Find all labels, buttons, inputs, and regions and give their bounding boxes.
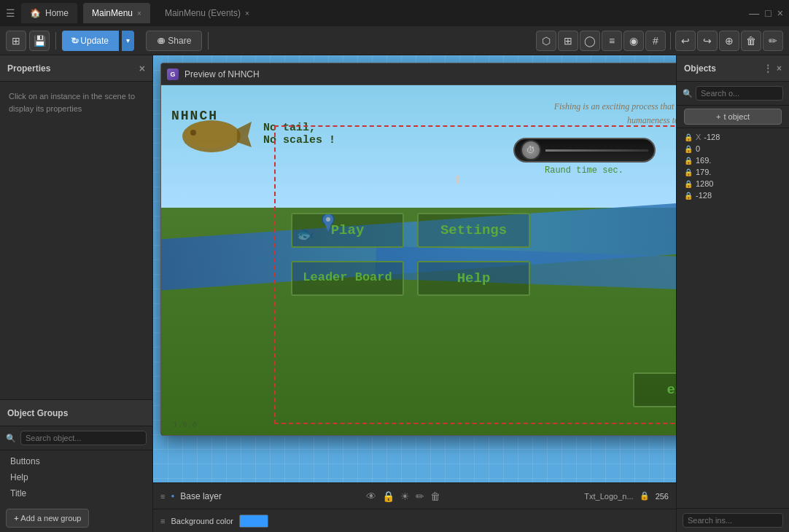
pencil-icon[interactable]: ✏ bbox=[416, 490, 424, 502]
home-icon: 🏠 bbox=[30, 8, 41, 18]
redo-button[interactable]: ↪ bbox=[697, 31, 718, 51]
properties-title: Properties bbox=[7, 63, 50, 74]
rp-x-val-5: 1280 bbox=[696, 179, 713, 188]
game-help-button[interactable]: Help bbox=[417, 261, 530, 296]
game-slider-label: Raund time sec. bbox=[545, 165, 623, 176]
mouse-cursor: ⬆ bbox=[453, 173, 462, 187]
layers-icon-button[interactable]: ◉ bbox=[623, 31, 644, 51]
tab-mainmenu[interactable]: MainMenu × bbox=[83, 3, 150, 23]
brightness-icon[interactable]: ☀ bbox=[400, 490, 410, 502]
game-tagline: Fishing is an exciting process that requ… bbox=[533, 100, 676, 128]
save-icon-button[interactable]: 💾 bbox=[29, 31, 50, 51]
edit-button[interactable]: ✏ bbox=[763, 31, 783, 51]
eye-icon[interactable]: 👁 bbox=[366, 490, 376, 502]
object-groups-search-input[interactable] bbox=[20, 431, 147, 445]
layer-name-label: Base layer bbox=[180, 491, 222, 501]
rp-settings-icon[interactable]: ⋮ bbox=[763, 63, 772, 74]
properties-close-button[interactable]: × bbox=[139, 63, 145, 74]
layer-item-name: Txt_Logo_n... bbox=[584, 492, 633, 501]
preview-window: G Preview of NHNCH — □ × bbox=[160, 63, 676, 436]
tab-events-label: MainMenu (Events) bbox=[165, 8, 241, 18]
canvas-area[interactable]: G Preview of NHNCH — □ × bbox=[153, 55, 676, 482]
tab-home-label: Home bbox=[45, 8, 69, 18]
game-buttons-area: Play Settings Leader Board Help bbox=[291, 213, 530, 296]
zoom-button[interactable]: ⊕ bbox=[719, 31, 739, 51]
bottom-hamburger-icon[interactable]: ≡ bbox=[160, 492, 165, 501]
right-panel-scroll[interactable]: 🔒 X -128 🔒 0 🔒 169. 🔒 179. 🔒 bbox=[677, 128, 789, 508]
minimize-button[interactable]: — bbox=[749, 7, 759, 19]
slider-clock-icon: ⏱ bbox=[521, 140, 541, 160]
center-area: G Preview of NHNCH — □ × bbox=[153, 55, 676, 532]
toolbar: ⊞ 💾 ↻ ↻ Update ▾ ⊕ ⊕ Share ⬡ ⊞ ◯ ≡ ◉ # ↩… bbox=[0, 26, 789, 55]
bottom-bar: ≡ ● Base layer 👁 🔒 ☀ ✏ 🗑 Txt_Logo_n... 🔒… bbox=[153, 482, 676, 509]
tab-home[interactable]: 🏠 Home bbox=[21, 3, 77, 23]
add-object-area: + t object bbox=[677, 106, 789, 128]
toolbar-separator-3 bbox=[670, 32, 671, 50]
list-icon-button[interactable]: ≡ bbox=[602, 31, 622, 51]
right-panel-bottom bbox=[677, 508, 789, 532]
objects-title: Objects bbox=[684, 63, 716, 74]
rp-value-row-6: 🔒 -128 bbox=[677, 189, 789, 201]
lock-icon[interactable]: 🔒 bbox=[382, 490, 394, 502]
svg-point-3 bbox=[186, 122, 237, 148]
object-groups-list: Buttons Help Title bbox=[0, 450, 152, 504]
tab-events-close[interactable]: × bbox=[245, 9, 249, 17]
undo-button[interactable]: ↩ bbox=[675, 31, 696, 51]
add-object-button[interactable]: + t object bbox=[684, 109, 782, 125]
delete-button[interactable]: 🗑 bbox=[741, 31, 761, 51]
properties-panel-header: Properties × bbox=[0, 55, 152, 82]
slider-fill bbox=[545, 149, 648, 152]
title-bar: ☰ 🏠 Home MainMenu × MainMenu (Events) × … bbox=[0, 0, 789, 26]
lock-icon-2[interactable]: 🔒 bbox=[640, 491, 650, 501]
group-item-help[interactable]: Help bbox=[0, 469, 152, 485]
rp-x-val-6: -128 bbox=[696, 191, 712, 200]
object-groups-header: Object Groups bbox=[0, 400, 152, 426]
rp-lock-icon-3: 🔒 bbox=[684, 157, 693, 165]
maximize-button[interactable]: □ bbox=[765, 7, 771, 19]
background-color-label: Background color bbox=[171, 517, 233, 525]
rp-value-row-1: 🔒 X -128 bbox=[677, 131, 789, 143]
game-area: NHNCH No tail, No scales ! Fishing is an… bbox=[161, 85, 676, 435]
trash-icon[interactable]: 🗑 bbox=[430, 490, 440, 502]
group-item-title[interactable]: Title bbox=[0, 485, 152, 501]
rp-value-row-5: 🔒 1280 bbox=[677, 178, 789, 189]
layout-icon-button[interactable]: ⊞ bbox=[6, 31, 26, 51]
share-label: ⊕ Share bbox=[158, 36, 191, 46]
objects-search-input[interactable] bbox=[696, 86, 783, 101]
hash-icon-button[interactable]: # bbox=[645, 31, 666, 51]
game-slider-area: ⏱ Raund time sec. bbox=[394, 138, 676, 176]
background-color-swatch[interactable] bbox=[239, 515, 268, 528]
rp-x-val-4: 179. bbox=[696, 168, 711, 176]
game-exit-button[interactable]: exit bbox=[633, 372, 676, 407]
left-panel: Properties × Click on an instance in the… bbox=[0, 55, 153, 532]
add-new-group-button[interactable]: + + Add a new group bbox=[6, 509, 89, 528]
tab-mainmenu-close[interactable]: × bbox=[137, 9, 141, 17]
close-button[interactable]: × bbox=[777, 7, 783, 19]
bottom-right-area: Txt_Logo_n... 🔒 256 bbox=[584, 491, 669, 501]
circle-icon-button[interactable]: ◯ bbox=[580, 31, 600, 51]
hamburger-icon[interactable]: ☰ bbox=[6, 7, 15, 19]
bg-color-hamburger: ≡ bbox=[160, 517, 165, 525]
share-button[interactable]: ⊕ ⊕ Share bbox=[146, 31, 202, 51]
window-controls: — □ × bbox=[749, 7, 783, 19]
object-groups-panel: Object Groups 🔍 Buttons Help Title + + A… bbox=[0, 399, 152, 532]
update-caret-button[interactable]: ▾ bbox=[122, 31, 134, 51]
grid-icon-button[interactable]: ⬡ bbox=[536, 31, 556, 51]
toolbar-separator bbox=[55, 32, 56, 50]
game-settings-button[interactable]: Settings bbox=[417, 213, 530, 248]
rp-header-icons: ⋮ × bbox=[763, 63, 782, 74]
game-play-button[interactable]: Play bbox=[291, 213, 404, 248]
add-group-label: + Add a new group bbox=[14, 514, 81, 523]
game-leaderboard-button[interactable]: Leader Board bbox=[291, 261, 404, 296]
instances-search-input[interactable] bbox=[683, 513, 783, 528]
tab-mainmenu-events[interactable]: MainMenu (Events) × bbox=[156, 3, 258, 23]
right-panel: Objects ⋮ × 🔍 + t object 🔒 X -128 bbox=[676, 55, 789, 532]
rp-close-button[interactable]: × bbox=[777, 63, 782, 74]
game-slider-track[interactable]: ⏱ bbox=[513, 138, 656, 163]
group-item-buttons[interactable]: Buttons bbox=[0, 453, 152, 469]
rp-lock-icon-2: 🔒 bbox=[684, 145, 693, 153]
tiles-icon-button[interactable]: ⊞ bbox=[558, 31, 578, 51]
update-button[interactable]: ↻ ↻ Update bbox=[62, 31, 119, 51]
game-logo-text: NHNCH bbox=[171, 109, 218, 123]
plus-icon: + bbox=[716, 112, 720, 121]
